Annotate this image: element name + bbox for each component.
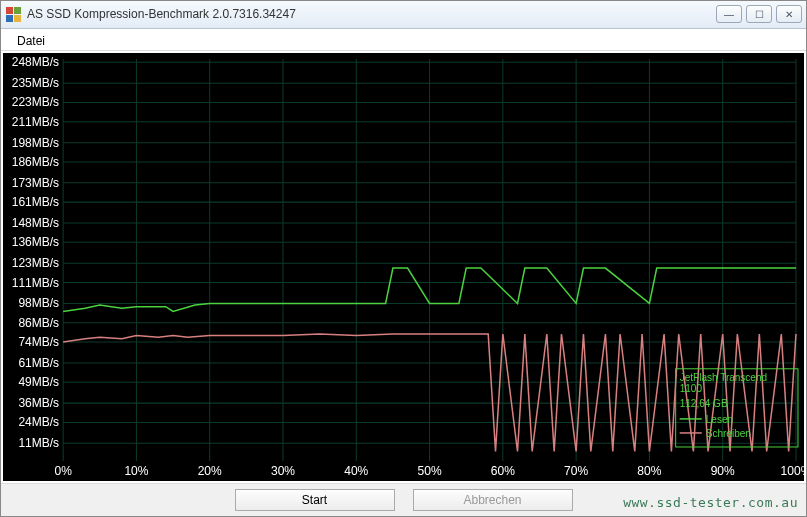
chart-canvas: 11MB/s24MB/s36MB/s49MB/s61MB/s74MB/s86MB…	[3, 53, 804, 481]
svg-text:235MB/s: 235MB/s	[12, 76, 59, 90]
svg-text:40%: 40%	[344, 464, 368, 478]
svg-text:36MB/s: 36MB/s	[18, 396, 59, 410]
titlebar: AS SSD Kompression-Benchmark 2.0.7316.34…	[1, 1, 806, 29]
app-window: AS SSD Kompression-Benchmark 2.0.7316.34…	[0, 0, 807, 517]
svg-text:74MB/s: 74MB/s	[18, 335, 59, 349]
maximize-button[interactable]: ☐	[746, 5, 772, 23]
svg-text:111MB/s: 111MB/s	[12, 275, 59, 289]
svg-text:198MB/s: 198MB/s	[12, 135, 59, 149]
menu-file[interactable]: Datei	[11, 32, 51, 50]
svg-text:50%: 50%	[418, 464, 442, 478]
app-icon	[5, 6, 21, 22]
svg-text:24MB/s: 24MB/s	[18, 415, 59, 429]
svg-text:98MB/s: 98MB/s	[18, 296, 59, 310]
svg-text:148MB/s: 148MB/s	[12, 216, 59, 230]
svg-text:123MB/s: 123MB/s	[12, 256, 59, 270]
svg-text:11MB/s: 11MB/s	[18, 436, 59, 450]
svg-text:JetFlash Transcend: JetFlash Transcend	[680, 371, 767, 382]
svg-text:211MB/s: 211MB/s	[12, 114, 59, 128]
svg-text:0%: 0%	[54, 464, 72, 478]
menubar: Datei	[1, 29, 806, 51]
svg-text:1100: 1100	[680, 382, 703, 393]
svg-text:86MB/s: 86MB/s	[18, 315, 59, 329]
svg-text:61MB/s: 61MB/s	[18, 355, 59, 369]
svg-text:100%: 100%	[781, 464, 804, 478]
svg-text:70%: 70%	[564, 464, 588, 478]
close-button[interactable]: ✕	[776, 5, 802, 23]
minimize-button[interactable]: —	[716, 5, 742, 23]
cancel-button[interactable]: Abbrechen	[413, 489, 573, 511]
svg-text:Schreiben: Schreiben	[706, 427, 751, 438]
svg-text:173MB/s: 173MB/s	[12, 175, 59, 189]
svg-text:248MB/s: 248MB/s	[12, 55, 59, 69]
svg-text:30%: 30%	[271, 464, 295, 478]
chart-area: 11MB/s24MB/s36MB/s49MB/s61MB/s74MB/s86MB…	[3, 53, 804, 481]
svg-text:49MB/s: 49MB/s	[18, 375, 59, 389]
svg-text:20%: 20%	[198, 464, 222, 478]
svg-text:112,64 GB: 112,64 GB	[680, 397, 728, 408]
window-controls: — ☐ ✕	[716, 5, 802, 23]
svg-text:136MB/s: 136MB/s	[12, 235, 59, 249]
watermark: www.ssd-tester.com.au	[623, 495, 798, 510]
svg-text:80%: 80%	[637, 464, 661, 478]
svg-text:Lesen: Lesen	[706, 413, 733, 424]
svg-text:186MB/s: 186MB/s	[12, 154, 59, 168]
start-button[interactable]: Start	[235, 489, 395, 511]
svg-text:60%: 60%	[491, 464, 515, 478]
svg-text:10%: 10%	[124, 464, 148, 478]
svg-text:223MB/s: 223MB/s	[12, 95, 59, 109]
bottom-bar: Start Abbrechen www.ssd-tester.com.au	[1, 483, 806, 516]
window-title: AS SSD Kompression-Benchmark 2.0.7316.34…	[27, 7, 716, 21]
svg-text:161MB/s: 161MB/s	[12, 195, 59, 209]
svg-text:90%: 90%	[711, 464, 735, 478]
